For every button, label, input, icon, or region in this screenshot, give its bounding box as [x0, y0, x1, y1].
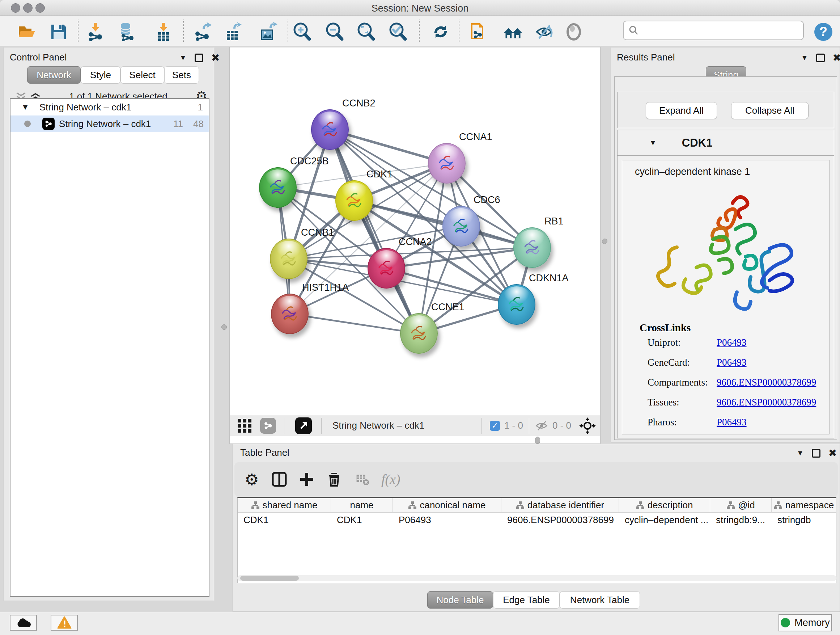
collection-expand-icon[interactable]: ▼	[21, 103, 29, 112]
hide-glass-button[interactable]	[534, 22, 554, 42]
network-node-hist1h1a[interactable]	[271, 294, 309, 334]
table-cell[interactable]: stringdb	[772, 513, 836, 527]
close-panel-icon[interactable]: ✖	[829, 447, 837, 459]
crosslinks-title: CrossLinks	[639, 322, 691, 334]
network-collection-row[interactable]: ▼ String Network – cdk1 1	[11, 99, 209, 116]
collapse-panel-icon[interactable]: ▼	[797, 449, 804, 457]
network-node-rb1[interactable]	[513, 227, 551, 268]
tab-edge-table[interactable]: Edge Table	[493, 591, 560, 608]
network-node-ccnb2[interactable]	[311, 109, 349, 150]
column-header[interactable]: shared name	[238, 498, 331, 512]
zoom-selected-button[interactable]	[388, 22, 408, 42]
tab-sets[interactable]: Sets	[164, 66, 199, 84]
export-image-button[interactable]	[258, 22, 279, 42]
export-network-button[interactable]	[193, 22, 213, 42]
network-node-ccna2[interactable]	[368, 248, 405, 288]
network-canvas[interactable]: CCNB2CCNA1CDC25BCDK1CDC6RB1CCNB1CCNA2CDK…	[230, 48, 601, 415]
memory-button[interactable]: Memory	[778, 614, 832, 631]
tab-select[interactable]: Select	[120, 66, 164, 84]
zoom-in-button[interactable]	[292, 22, 312, 42]
tab-node-table[interactable]: Node Table	[427, 591, 493, 608]
table-cell[interactable]: P06493	[393, 513, 501, 527]
help-button[interactable]: ?	[813, 22, 834, 42]
tab-network[interactable]: Network	[27, 66, 81, 84]
export-table-button[interactable]	[223, 22, 243, 42]
import-network-file-button[interactable]	[85, 22, 106, 42]
crosslink-link[interactable]: P06493	[717, 337, 747, 348]
gene-section-header[interactable]: ▼ CDK1	[617, 130, 834, 156]
table-row[interactable]: CDK1CDK1P064939606.ENSP00000378699cyclin…	[238, 513, 836, 527]
float-panel-icon[interactable]	[195, 54, 203, 62]
column-header[interactable]: @id	[710, 498, 772, 512]
import-network-database-button[interactable]	[117, 22, 137, 42]
grid-view-icon[interactable]	[236, 417, 253, 434]
column-header[interactable]: database identifier	[501, 498, 619, 512]
node-structure-squiggle	[514, 228, 550, 267]
crosslink-link[interactable]: P06493	[717, 417, 747, 428]
node-structure-squiggle	[401, 314, 437, 353]
zoom-fit-button[interactable]	[356, 22, 376, 42]
column-header[interactable]: namespace	[772, 498, 836, 512]
collapse-all-button[interactable]: Collapse All	[731, 102, 808, 119]
close-panel-icon[interactable]: ✖	[211, 52, 219, 64]
network-node-cdk1[interactable]	[335, 180, 373, 221]
network-node-ccna1[interactable]	[428, 143, 466, 184]
string-import-button[interactable]	[468, 22, 488, 42]
close-panel-icon[interactable]: ✖	[833, 52, 840, 64]
collapse-panel-icon[interactable]: ▼	[801, 54, 808, 62]
warnings-button[interactable]	[51, 615, 78, 631]
table-options-gear-icon[interactable]: ⚙	[241, 469, 263, 490]
collapse-panel-icon[interactable]: ▼	[180, 54, 187, 62]
search-input[interactable]	[642, 25, 794, 36]
table-cell[interactable]: stringdb:9...	[710, 513, 772, 527]
add-column-icon[interactable]	[296, 469, 317, 490]
crosslink-link[interactable]: P06493	[717, 357, 747, 368]
network-node-ccnb1[interactable]	[270, 239, 308, 279]
left-splitter-handle[interactable]	[221, 325, 227, 330]
share-view-icon[interactable]	[260, 418, 276, 434]
horizontal-splitter-handle[interactable]	[535, 437, 540, 444]
toolbar-search-field[interactable]	[623, 21, 804, 40]
crosslink-link[interactable]: 9606.ENSP00000378699	[717, 377, 816, 388]
tab-network-table[interactable]: Network Table	[560, 591, 640, 608]
refresh-button[interactable]	[431, 22, 451, 42]
show-columns-icon[interactable]	[268, 469, 290, 490]
column-header[interactable]: name	[331, 498, 393, 512]
float-panel-icon[interactable]	[816, 54, 825, 62]
zoom-out-icon	[325, 22, 345, 42]
scrollbar-thumb[interactable]	[240, 576, 299, 581]
column-tree-icon	[408, 501, 417, 510]
save-session-button[interactable]	[49, 22, 69, 42]
network-node-cdc25b[interactable]	[259, 167, 297, 208]
network-node-cdc6[interactable]	[442, 206, 480, 247]
cloud-button[interactable]	[10, 615, 37, 631]
crosslink-label: Tissues:	[647, 397, 679, 408]
gene-collapse-icon[interactable]: ▼	[649, 139, 657, 147]
string-home-button[interactable]	[503, 22, 523, 42]
zoom-out-button[interactable]	[325, 22, 345, 42]
open-session-button[interactable]	[17, 22, 37, 42]
tab-style[interactable]: Style	[81, 66, 120, 84]
fit-selected-crosshair-icon[interactable]	[579, 417, 596, 434]
network-edge[interactable]	[290, 314, 419, 333]
float-panel-icon[interactable]	[812, 449, 821, 458]
network-view-panel: CCNB2CCNA1CDC25BCDK1CDC6RB1CCNB1CCNA2CDK…	[229, 47, 600, 444]
table-cell[interactable]: cyclin–dependent ...	[619, 513, 710, 527]
crosslink-link[interactable]: 9606.ENSP00000378699	[717, 397, 816, 408]
selected-checkbox[interactable]: ✓	[490, 421, 500, 431]
table-cell[interactable]: CDK1	[238, 513, 331, 527]
network-row-selected[interactable]: String Network – cdk1 11 48	[11, 116, 209, 132]
table-cell[interactable]: 9606.ENSP00000378699	[501, 513, 619, 527]
network-node-cdkn1a[interactable]	[498, 284, 535, 325]
table-cell[interactable]: CDK1	[331, 513, 393, 527]
column-header[interactable]: description	[619, 498, 710, 512]
show-glass-button[interactable]	[564, 22, 584, 42]
network-node-ccne1[interactable]	[400, 313, 438, 354]
right-splitter-handle[interactable]	[602, 239, 607, 244]
delete-column-trash-icon[interactable]	[324, 469, 345, 490]
import-table-file-button[interactable]	[153, 22, 174, 42]
expand-all-button[interactable]: Expand All	[646, 102, 717, 119]
birdseye-navigator-icon[interactable]	[295, 417, 312, 434]
table-horizontal-scrollbar[interactable]	[237, 575, 836, 581]
column-header[interactable]: canonical name	[393, 498, 501, 512]
